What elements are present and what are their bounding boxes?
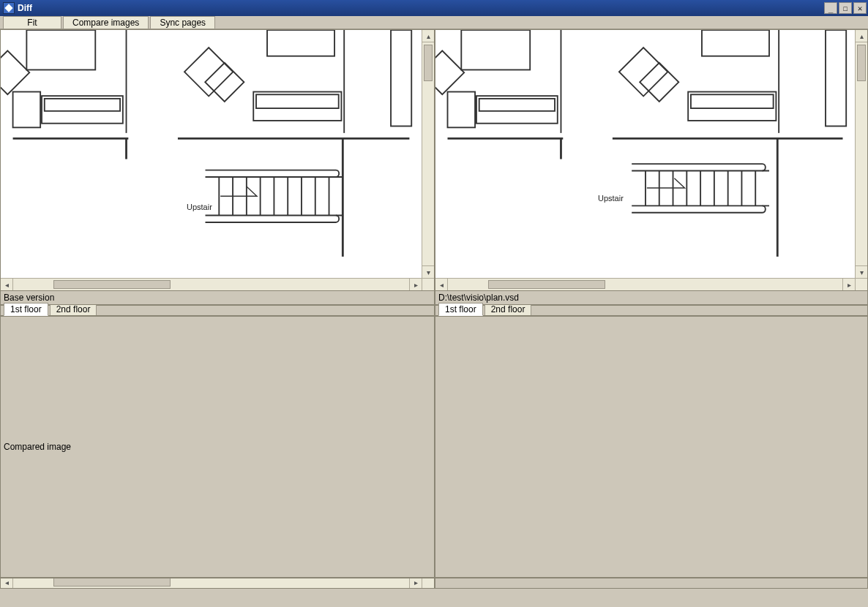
tab-1st-floor[interactable]: 1st floor	[438, 303, 483, 316]
svg-rect-4	[26, 30, 95, 69]
vertical-scrollbar[interactable]: ▴ ▾	[422, 30, 434, 278]
label-compared-image: Compared image	[0, 316, 435, 578]
canvas-base[interactable]: Upstair	[1, 30, 422, 278]
svg-rect-38	[640, 63, 678, 102]
fit-button[interactable]: Fit	[3, 16, 61, 29]
scroll-thumb[interactable]	[857, 45, 866, 81]
horizontal-scrollbar[interactable]: ◂ ▸	[1, 278, 422, 290]
tabstrip-left: 1st floor 2nd floor	[0, 305, 435, 316]
scroll-down-icon[interactable]: ▾	[856, 265, 867, 278]
pane-file-version: Upstair ▴ ▾ ◂ ▸	[435, 29, 868, 291]
pane-compared-image: Upstair Upstair ▴ ▾ ◂ ▸	[0, 578, 435, 589]
workspace: Upstair ▴ ▾ ◂ ▸	[0, 29, 868, 607]
label-file-path: D:\test\visio\plan.vsd	[435, 291, 868, 305]
svg-rect-6	[42, 96, 123, 124]
scroll-left-icon[interactable]: ◂	[435, 279, 448, 290]
scroll-right-icon[interactable]: ▸	[409, 279, 422, 290]
scroll-thumb[interactable]	[53, 578, 171, 587]
svg-rect-14	[256, 94, 339, 108]
toolbar: Fit Compare images Sync pages	[0, 16, 868, 29]
horizontal-scrollbar[interactable]: ◂ ▸	[1, 578, 422, 588]
svg-rect-33	[448, 92, 476, 128]
scroll-corner	[422, 278, 434, 290]
svg-rect-12	[205, 63, 244, 102]
svg-rect-16	[391, 30, 411, 126]
floorplan-file-icon	[435, 30, 855, 278]
vertical-scrollbar[interactable]: ▴ ▾	[855, 30, 867, 278]
compare-images-button[interactable]: Compare images	[63, 16, 149, 29]
scroll-right-icon[interactable]: ▸	[409, 578, 422, 588]
svg-rect-36	[702, 30, 769, 56]
window-title: Diff	[18, 3, 32, 13]
horizontal-scrollbar[interactable]: ◂ ▸	[435, 278, 855, 290]
stair-label: Upstair	[598, 194, 624, 203]
svg-rect-13	[253, 92, 341, 121]
tabstrip-right: 1st floor 2nd floor	[435, 305, 868, 316]
stair-label: Upstair	[187, 203, 212, 211]
scroll-thumb[interactable]	[53, 280, 171, 289]
close-button[interactable]: ✕	[853, 2, 867, 14]
scroll-left-icon[interactable]: ◂	[1, 578, 13, 588]
scroll-left-icon[interactable]: ◂	[1, 279, 13, 290]
svg-rect-11	[184, 48, 233, 96]
tab-1st-floor[interactable]: 1st floor	[4, 303, 48, 316]
label-base-version: Base version	[0, 291, 435, 305]
svg-rect-8	[45, 99, 120, 111]
svg-rect-31	[435, 50, 464, 94]
scroll-thumb[interactable]	[488, 280, 605, 289]
app-icon	[3, 2, 15, 14]
canvas-file[interactable]: Upstair	[435, 30, 855, 278]
svg-rect-32	[476, 96, 558, 124]
pane-empty	[435, 578, 868, 589]
svg-rect-39	[688, 92, 776, 121]
sync-pages-button[interactable]: Sync pages	[150, 16, 215, 29]
title-bar: Diff _ ☐ ✕	[0, 0, 868, 16]
svg-rect-40	[691, 94, 774, 108]
scroll-up-icon[interactable]: ▴	[422, 30, 434, 42]
svg-rect-30	[461, 30, 530, 69]
minimize-button[interactable]: _	[824, 2, 837, 14]
scroll-right-icon[interactable]: ▸	[842, 279, 855, 290]
scroll-corner	[422, 578, 434, 588]
scroll-thumb[interactable]	[424, 45, 433, 81]
scroll-down-icon[interactable]: ▾	[422, 265, 434, 278]
svg-rect-42	[826, 30, 846, 126]
floorplan-base-icon	[1, 30, 422, 278]
svg-rect-5	[1, 50, 29, 94]
svg-rect-10	[267, 30, 334, 56]
label-empty	[435, 316, 868, 578]
pane-base-version: Upstair ▴ ▾ ◂ ▸	[0, 29, 435, 291]
svg-rect-37	[619, 48, 667, 96]
svg-rect-7	[13, 92, 41, 128]
scroll-corner	[855, 278, 867, 290]
svg-rect-34	[479, 99, 555, 111]
scroll-up-icon[interactable]: ▴	[856, 30, 867, 42]
maximize-button[interactable]: ☐	[839, 2, 852, 14]
